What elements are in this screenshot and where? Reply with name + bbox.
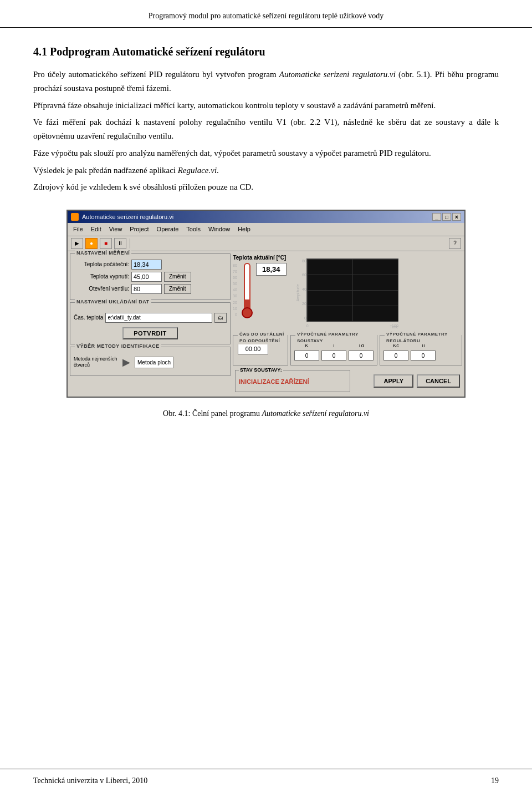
y-label-80: 80 [233,263,237,269]
close-button[interactable]: × [452,213,461,221]
menu-window[interactable]: Window [205,224,233,235]
temp-value-section: 18,34 [256,263,287,276]
y-label-20: 20 [233,300,237,306]
teplota-pocatecni-input[interactable] [131,260,162,270]
vypoctene-group: VÝPOČTENÉ PARAMETRY SOUSTAVY K T [290,335,377,366]
temp-aktualni-label: Teplota aktuální [°C] [233,253,286,262]
y-80: 80 [302,258,306,265]
menu-edit[interactable]: Edit [88,224,105,235]
cas-input[interactable] [238,343,268,354]
top-right-section: Teplota aktuální [°C] 80 70 60 50 40 30 [233,253,462,331]
stav-label: STAV SOUSTAVY: [239,367,283,374]
y-label-70: 70 [233,269,237,275]
param-t-input[interactable] [321,351,346,361]
page-header: Programový modul pro automatické seřízen… [0,0,532,28]
teplota-pocatecni-row: Teplota počáteční: [74,260,227,270]
otevreni-ventilu-button[interactable]: Změnit [164,284,191,294]
title-bar-left: Automaticke serizeni regulatoru.vi [71,212,173,222]
app-main: NASTAVENÍ MĚŘENÍ Teplota počáteční: Tepl… [68,251,464,397]
param-ti-input[interactable] [411,351,436,361]
vypoctene-label: VÝPOČTENÉ PARAMETRY SOUSTAVY [295,331,377,344]
y-label-10: 10 [233,306,237,312]
cas-group-label: ČAS DO USTÁLENÍ PO ODPOUŠTĚNÍ [238,331,288,344]
vyber-metody-group: VÝBĚR METODY IDENTIFIKACE Metoda nejmenš… [70,347,231,376]
menu-project[interactable]: Project [126,224,152,235]
app-icon [71,213,79,221]
menu-operate[interactable]: Operate [154,224,182,235]
method-arrow-icon: ▶ [122,355,130,370]
file-browse-button[interactable]: 🗂 [214,313,227,323]
run-arrow-button[interactable]: ▶ [71,238,83,249]
method-row: Metoda nejmenších čtverců ▶ Metoda ploch [74,353,227,372]
file-row: Čas. teplota 🗂 [74,313,227,323]
nastaveni-ukladani-label: NASTAVENÍ UKLÁDÁNÍ DAT [75,298,151,306]
help-button[interactable]: ? [449,238,461,249]
otevreni-ventilu-row: Otevření ventilu: Změnit [74,284,227,294]
file-path-input[interactable] [105,313,212,323]
run-button[interactable]: ● [85,238,98,249]
menu-file[interactable]: File [70,224,86,235]
teplota-vypnuti-button[interactable]: Změnit [164,272,191,282]
teplota-pocatecni-label: Teplota počáteční: [74,260,129,268]
y-40: 40 [302,287,306,293]
page-footer: Technická univerzita v Liberci, 2010 19 [0,769,532,792]
potvrdit-button[interactable]: POTVRDIT [122,327,178,339]
pause-button[interactable]: ⏸ [114,238,126,249]
menu-help[interactable]: Help [234,224,254,235]
param-ti-col: Ti [411,342,436,361]
teplota-vypnuti-label: Teplota vypnutí: [74,272,129,281]
app-window: Automaticke serizeni regulatoru.vi _ □ ×… [66,210,466,398]
temp-section: Teplota aktuální [°C] 80 70 60 50 40 30 [233,253,287,318]
cancel-button[interactable]: CANCEL [417,374,460,388]
y-label-60: 60 [233,275,237,281]
apply-button[interactable]: APPLY [374,374,413,388]
y-axis-numbers: 80 60 40 20 0 [296,258,306,322]
grid-v-1 [352,259,353,321]
thermometer [242,263,253,318]
x-axis-numbers: 0 100 [306,323,398,329]
teplota-vypnuti-input[interactable] [131,272,162,282]
left-panel: NASTAVENÍ MĚŘENÍ Teplota počáteční: Tepl… [70,253,231,395]
therm-tube [244,263,250,308]
menu-tools[interactable]: Tools [183,224,204,235]
param-k-input[interactable] [294,351,319,361]
section-title: 4.1 Podprogram Automatické seřízení regu… [33,43,499,60]
maximize-button[interactable]: □ [442,213,451,221]
cas-group: ČAS DO USTÁLENÍ PO ODPOUŠTĚNÍ [233,335,288,366]
paragraph-6: Zdrojový kód je vzhledem k své obsáhlost… [33,180,499,194]
nastaveni-ukladani-group: NASTAVENÍ UKLÁDÁNÍ DAT Čas. teplota 🗂 PO… [70,302,231,344]
action-buttons: APPLY CANCEL [352,374,460,388]
grid-h-4 [307,321,398,322]
toolbar: ▶ ● ■ ⏸ ? [68,236,464,251]
paragraph-2: Přípravná fáze obsahuje inicializaci měř… [33,99,499,113]
bottom-section: ČAS DO USTÁLENÍ PO ODPOUŠTĚNÍ VÝPOČTENÉ … [233,335,462,395]
param-td-col: Td [349,342,374,361]
param-kc-input[interactable] [383,351,408,361]
footer-right: 19 [491,775,499,786]
stop-button[interactable]: ■ [100,238,112,249]
paragraph-5: Výsledek je pak předán nadřazené aplikac… [33,164,499,177]
param-td-input[interactable] [349,351,374,361]
right-chart: Amplitude 80 60 40 20 0 [290,256,401,331]
params-row: ČAS DO USTÁLENÍ PO ODPOUŠTĚNÍ VÝPOČTENÉ … [233,335,462,366]
regulator-group: VÝPOČTENÉ PARAMETRY REGULÁTORU Kc Ti [380,335,462,366]
page-content: 4.1 Podprogram Automatické seřízení regu… [0,28,532,444]
footer-left: Technická univerzita v Liberci, 2010 [33,775,147,786]
title-bar-buttons[interactable]: _ □ × [432,213,461,221]
menu-view[interactable]: View [106,224,126,235]
therm-bulb [242,307,253,318]
fig-caption-italic: Automaticke seřízení regulatoru.vi [262,409,369,418]
header-title: Programový modul pro automatické seřízen… [149,12,384,20]
stav-group: STAV SOUSTAVY: INICIALIZACE ZAŘÍZENÍ [235,370,350,392]
otevreni-ventilu-input[interactable] [131,284,162,294]
file-label: Čas. teplota [74,313,103,322]
title-bar: Automaticke serizeni regulatoru.vi _ □ × [68,211,464,223]
temp-display-row: 80 70 60 50 40 30 20 10 0 [233,263,287,318]
y-20: 20 [302,301,306,307]
window-title: Automaticke serizeni regulatoru.vi [82,212,173,222]
teplota-vypnuti-row: Teplota vypnutí: Změnit [74,272,227,282]
minimize-button[interactable]: _ [432,213,441,221]
x-0: 0 [306,323,309,329]
method-option2-label[interactable]: Metoda ploch [135,357,173,368]
chart-plot-area [306,258,398,322]
